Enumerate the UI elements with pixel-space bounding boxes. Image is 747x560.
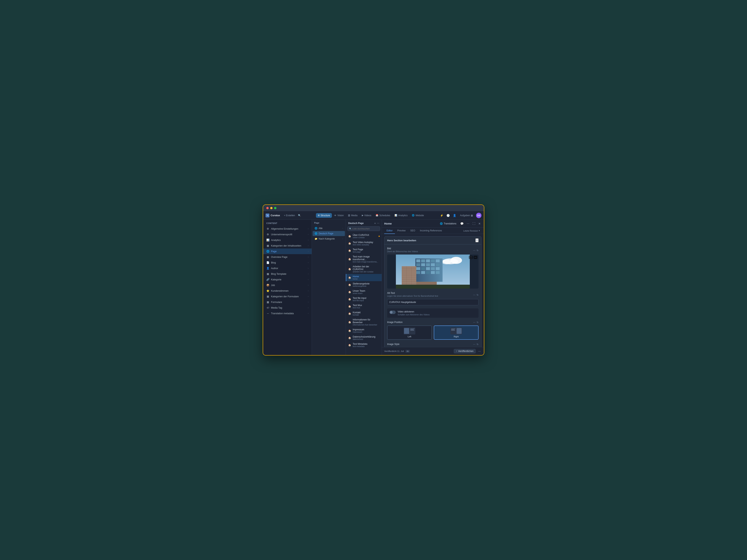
home-icon-mux: 🏠 xyxy=(348,305,351,308)
tab-videos[interactable]: ▶ Videos xyxy=(360,213,373,218)
list-item-team[interactable]: 🏠 Unser Team unser-team xyxy=(346,288,382,296)
tab-structure[interactable]: ⊞ Structure xyxy=(316,213,332,218)
comment-button[interactable]: 💬 xyxy=(460,221,464,226)
sidebar-item-kategorien-formulare[interactable]: ▦ Kategorien der Formulare › xyxy=(263,294,312,299)
globe-translate-icon: 🌐 xyxy=(440,222,443,225)
home-icon-tv: 🏠 xyxy=(348,242,351,245)
sidebar-item-blog[interactable]: 📄 Blog › xyxy=(263,260,312,265)
position-right[interactable]: Right xyxy=(434,325,479,340)
publish-button[interactable]: ↑ Veröffentlichen xyxy=(454,349,476,353)
sidebar-item-media-tag[interactable]: 🏷 Media Tag › xyxy=(263,305,312,311)
sidebar-item-job[interactable]: 📦 Job › xyxy=(263,282,312,288)
pages-search-input[interactable] xyxy=(352,228,378,230)
bild-refresh-button[interactable]: ↻ xyxy=(476,249,479,252)
aufgaben-button[interactable]: Aufgaben ▦ xyxy=(459,213,474,218)
sidebar-item-kategorie[interactable]: 🔗 Kategorie › xyxy=(263,277,312,282)
tab-seo[interactable]: SEO xyxy=(408,228,417,234)
arrow-icon12: › xyxy=(308,290,309,292)
close-dot[interactable] xyxy=(266,207,269,209)
sidebar-item-author[interactable]: 👤 Author › xyxy=(263,265,312,271)
sidebar-item-formulare[interactable]: ▦ Formulare › xyxy=(263,299,312,305)
image-position-more-button[interactable]: ⋯ xyxy=(473,321,475,324)
hero-close-button[interactable]: ✕ xyxy=(475,238,479,242)
more-editor-button[interactable]: ⋯ xyxy=(466,221,470,226)
tab-incoming[interactable]: Incoming References xyxy=(417,228,444,234)
svg-rect-13 xyxy=(426,263,430,266)
alt-text-refresh-button[interactable]: ↻ xyxy=(476,294,479,296)
list-item-kontakt[interactable]: 🏠 Kontakt kontakt xyxy=(346,310,382,317)
list-item-datenschutz[interactable]: 🏠 Datenschutzerklärung datenschutz xyxy=(346,334,382,342)
list-item-uber[interactable]: 🏠 Über CURATAX ueber-curatax xyxy=(346,233,382,240)
tab-analytics[interactable]: 📊 Analytics xyxy=(392,213,410,218)
sidebar-item-overview[interactable]: ▦ Overview Page › xyxy=(263,254,312,260)
close-editor-button[interactable]: ✕ xyxy=(478,221,482,226)
tab-website[interactable]: 🌐 Website xyxy=(410,213,426,218)
home-icon-st: 🏠 xyxy=(348,284,351,286)
image-position-refresh-button[interactable]: ↻ xyxy=(476,321,479,324)
alt-text-more-button[interactable]: ⋯ xyxy=(473,294,475,296)
sidebar-item-kategorien[interactable]: ▦ Kategorien der Inhaltsseiten › xyxy=(263,243,312,248)
maximize-dot[interactable] xyxy=(274,207,277,209)
panel-item-alle[interactable]: 🌐 Alle › xyxy=(313,226,345,231)
lightning-button[interactable]: ⚡ xyxy=(439,213,444,218)
tab-media[interactable]: 🖼 Media xyxy=(346,213,360,218)
list-item-impressum[interactable]: 🏠 Impressum impressum xyxy=(346,327,382,334)
bild-more-button[interactable]: ⋯ xyxy=(473,249,475,252)
panel-arrow1: › xyxy=(342,227,343,229)
avatar-button[interactable]: DS xyxy=(476,213,482,218)
sidebar-item-blog-template[interactable]: ▦ Blog Template › xyxy=(263,271,312,277)
image-more-button[interactable]: ⋯ xyxy=(473,256,478,259)
sidebar-item-allgemeine[interactable]: ⚙ Allgemeine Einstellungen › xyxy=(263,226,312,232)
sidebar-item-translation[interactable]: ↔ Translation metadata › xyxy=(263,311,312,316)
svg-rect-6 xyxy=(416,259,420,262)
list-item-test-main[interactable]: 🏠 Test main image transformat... test-ma… xyxy=(346,254,382,264)
list-item-arbeiten[interactable]: 🏠 Arbeiten bei der CURATAX arbeiten-bei-… xyxy=(346,264,382,274)
list-item-test-meta[interactable]: 🏠 Test Metadata test-metadata xyxy=(346,342,382,349)
footer-more-button[interactable]: ⋯ xyxy=(478,349,482,353)
video-toggle[interactable] xyxy=(389,311,396,314)
svg-rect-12 xyxy=(421,263,425,266)
expand-button[interactable]: ⛶ xyxy=(472,221,476,226)
position-left[interactable]: Left xyxy=(387,325,432,340)
minimize-dot[interactable] xyxy=(270,207,273,209)
image-resize-button[interactable]: ⛶ xyxy=(469,256,473,259)
editor-footer: Veröffentlicht 11. Juli de ↑ Veröffentli… xyxy=(382,347,484,355)
panel-item-nach-kategorie[interactable]: 📁 Nach Kategorie › xyxy=(313,236,345,241)
user-icon2: 👤 xyxy=(266,267,269,270)
more-pages-button[interactable]: ⋯ xyxy=(377,222,379,225)
tab-preview[interactable]: Preview xyxy=(395,228,408,234)
clock-button[interactable]: 🕐 xyxy=(446,213,450,218)
link-icon: 🔗 xyxy=(266,278,269,281)
tab-vision[interactable]: 👁 Vision xyxy=(332,213,345,218)
image-style-refresh-button[interactable]: ↻ xyxy=(476,343,479,346)
tab-editor[interactable]: Editor xyxy=(384,228,395,234)
list-item-stellen[interactable]: 🏠 Stellenangebote stellenangebote xyxy=(346,281,382,288)
tab-schedules[interactable]: 📅 Schedules xyxy=(374,213,392,218)
revision-button[interactable]: Letzte Revision ▾ xyxy=(462,229,482,233)
translations-button[interactable]: 🌐 Translations xyxy=(438,221,458,226)
list-item-info[interactable]: 🏠 Informationen für Bewerber information… xyxy=(346,317,382,327)
list-item-test-video[interactable]: 🏠 Test Video Autoplay test-video-autopla… xyxy=(346,240,382,247)
image-style-more-button[interactable]: ⋯ xyxy=(473,343,475,346)
list-item-test-page[interactable]: 🏠 Test Page test-page xyxy=(346,247,382,254)
alt-text-input[interactable] xyxy=(387,299,479,305)
panel-item-deutsch[interactable]: 🌐 Deutsch Page › xyxy=(313,231,345,236)
list-item-test-mux[interactable]: 🏠 Test Mux test-mux xyxy=(346,303,382,310)
svg-rect-7 xyxy=(421,259,425,262)
toggle-knob xyxy=(390,311,392,314)
sidebar-item-kundenstimmen[interactable]: ⭐ Kundenstimmen › xyxy=(263,288,312,294)
user-button[interactable]: 👤 xyxy=(452,213,457,218)
add-page-button[interactable]: + xyxy=(374,222,376,225)
list-item-home[interactable]: 🏠 Home home xyxy=(346,274,382,281)
arrow-icon2: › xyxy=(308,233,309,236)
svg-rect-25 xyxy=(436,271,440,274)
list-item-test-file[interactable]: 🏠 Test file input test-file-input xyxy=(346,296,382,303)
sidebar-item-page[interactable]: 🌐 Page › xyxy=(263,248,312,254)
sidebar-item-unternehmen[interactable]: ⚙ Unternehmensprofil › xyxy=(263,232,312,237)
search-button[interactable]: 🔍 xyxy=(297,213,303,218)
sidebar-item-analytics[interactable]: 📊 Analytics › xyxy=(263,237,312,243)
create-button[interactable]: + Erstellen xyxy=(282,213,297,218)
editor-tabs: Editor Preview SEO Incoming References L… xyxy=(382,228,484,234)
hero-image-container[interactable]: ⛶ ⋯ xyxy=(387,255,479,289)
svg-rect-23 xyxy=(426,271,430,274)
